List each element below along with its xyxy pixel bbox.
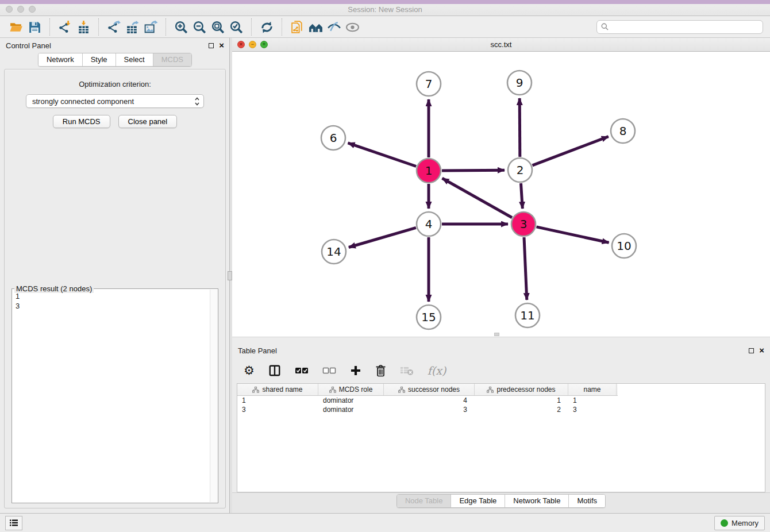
attribute-icon	[487, 387, 494, 393]
mcds-panel: Optimization criterion: strongly connect…	[4, 69, 226, 508]
column-header-name[interactable]: name	[568, 384, 617, 395]
canvas-resize-handle[interactable]	[494, 333, 499, 336]
graph-node-2[interactable]: 2	[508, 158, 532, 182]
graph-node-10[interactable]: 10	[612, 234, 636, 258]
fx-icon: f(x)	[428, 364, 446, 377]
horizontal-splitter[interactable]	[232, 337, 770, 343]
column-header-shared-name[interactable]: shared name	[237, 384, 318, 395]
network-window-controls[interactable]: × − +	[237, 41, 268, 48]
toolbar-separator	[165, 18, 166, 36]
table-settings-button[interactable]: ⚙	[244, 362, 255, 379]
memory-button[interactable]: Memory	[714, 516, 765, 530]
tab-motifs[interactable]: Motifs	[569, 495, 605, 507]
zoom-fit-icon	[211, 20, 225, 34]
graph-edge-1-6[interactable]	[348, 143, 417, 167]
close-network-button[interactable]: ×	[237, 41, 245, 48]
float-table-panel-icon[interactable]	[749, 348, 754, 353]
close-panel-icon[interactable]: ×	[219, 43, 224, 48]
zoom-fit-button[interactable]	[209, 18, 227, 36]
float-panel-icon[interactable]	[209, 43, 214, 48]
column-header-predecessor-nodes[interactable]: predecessor nodes	[475, 384, 568, 395]
search-box[interactable]	[596, 20, 763, 34]
delete-table-button[interactable]	[400, 362, 414, 379]
mcds-result-box[interactable]: MCDS result (2 nodes) 1 3	[11, 288, 218, 503]
graph-node-6[interactable]: 6	[321, 126, 345, 150]
close-table-panel-icon[interactable]: ×	[759, 348, 764, 353]
graph-node-14[interactable]: 14	[322, 240, 346, 264]
tab-network-table[interactable]: Network Table	[505, 495, 569, 507]
tab-mcds[interactable]: MCDS	[153, 53, 191, 66]
select-all-button[interactable]	[295, 362, 309, 379]
column-header-MCDS-role[interactable]: MCDS role	[318, 384, 384, 395]
svg-text:11: 11	[520, 309, 534, 322]
houses-button[interactable]	[306, 18, 325, 36]
graph-node-7[interactable]: 7	[417, 72, 441, 96]
minimize-network-button[interactable]: −	[249, 41, 256, 48]
search-input[interactable]	[611, 22, 759, 31]
svg-text:8: 8	[619, 124, 627, 138]
import-network-button[interactable]	[56, 18, 74, 36]
export-table-button[interactable]	[123, 18, 141, 36]
zoom-out-button[interactable]	[190, 18, 209, 36]
memory-label: Memory	[732, 519, 759, 527]
network-canvas[interactable]: 7968124314101511	[232, 52, 770, 337]
network-document-button[interactable]	[288, 18, 306, 36]
export-network-button[interactable]	[105, 18, 123, 36]
table-tab-bar: Node Table Edge Table Network Table Moti…	[232, 492, 770, 513]
network-graph: 7968124314101511	[232, 52, 769, 337]
graph-edge-3-11[interactable]	[524, 237, 527, 300]
delete-columns-button[interactable]	[375, 362, 386, 379]
result-scrollbar[interactable]	[210, 290, 217, 502]
column-visibility-button[interactable]	[268, 362, 281, 379]
svg-text:3: 3	[520, 217, 528, 231]
table-row[interactable]: 3dominator323	[237, 405, 765, 414]
tab-node-table[interactable]: Node Table	[397, 495, 452, 507]
graph-edge-2-9[interactable]	[519, 98, 520, 157]
export-image-button[interactable]	[141, 18, 160, 36]
create-column-button[interactable]	[350, 362, 361, 379]
node-table: shared nameMCDS rolesuccessor nodesprede…	[237, 383, 765, 492]
graph-node-9[interactable]: 9	[507, 71, 532, 95]
tab-network[interactable]: Network	[38, 53, 83, 66]
graph-edge-3-10[interactable]	[537, 227, 609, 242]
eye-button[interactable]	[343, 18, 361, 36]
open-session-button[interactable]	[7, 18, 25, 36]
graph-edge-2-3[interactable]	[521, 183, 523, 209]
graph-node-11[interactable]: 11	[515, 303, 540, 327]
network-title: scc.txt	[491, 40, 512, 49]
graph-edge-4-14[interactable]	[349, 228, 416, 247]
run-mcds-button[interactable]: Run MCDS	[53, 115, 110, 128]
svg-text:4: 4	[425, 217, 433, 231]
eye-slash-button[interactable]	[325, 18, 343, 36]
import-table-button[interactable]	[74, 18, 93, 36]
column-header-successor-nodes[interactable]: successor nodes	[384, 384, 475, 395]
tab-edge-table[interactable]: Edge Table	[451, 495, 505, 507]
tab-select[interactable]: Select	[116, 53, 153, 66]
table-row[interactable]: 1dominator411	[237, 396, 765, 405]
maximize-network-button[interactable]: +	[260, 41, 268, 48]
refresh-button[interactable]	[257, 18, 276, 36]
zoom-selected-icon	[229, 20, 244, 34]
refresh-icon	[260, 20, 274, 34]
criterion-select[interactable]: strongly connected component	[26, 94, 204, 108]
deselect-all-button[interactable]	[322, 362, 336, 379]
tab-style[interactable]: Style	[83, 53, 116, 66]
graph-node-15[interactable]: 15	[417, 305, 441, 329]
graph-edge-3-1[interactable]	[442, 178, 513, 217]
graph-node-1[interactable]: 1	[417, 159, 441, 183]
network-window-titlebar[interactable]: × − + scc.txt	[232, 38, 770, 52]
zoom-out-icon	[192, 20, 207, 34]
splitter-handle[interactable]	[228, 271, 232, 280]
graph-edge-2-8[interactable]	[533, 137, 609, 165]
zoom-selected-button[interactable]	[227, 18, 245, 36]
control-panel-header: Control Panel ×	[0, 38, 230, 53]
graph-node-8[interactable]: 8	[611, 119, 635, 143]
zoom-in-button[interactable]	[172, 18, 190, 36]
graph-node-3[interactable]: 3	[511, 212, 536, 236]
close-panel-button[interactable]: Close panel	[118, 115, 178, 128]
save-session-button[interactable]	[25, 18, 44, 36]
graph-node-4[interactable]: 4	[417, 212, 441, 236]
task-history-button[interactable]	[5, 516, 22, 530]
function-builder-button[interactable]: f(x)	[428, 362, 446, 379]
graph-edge-1-2[interactable]	[442, 170, 505, 171]
